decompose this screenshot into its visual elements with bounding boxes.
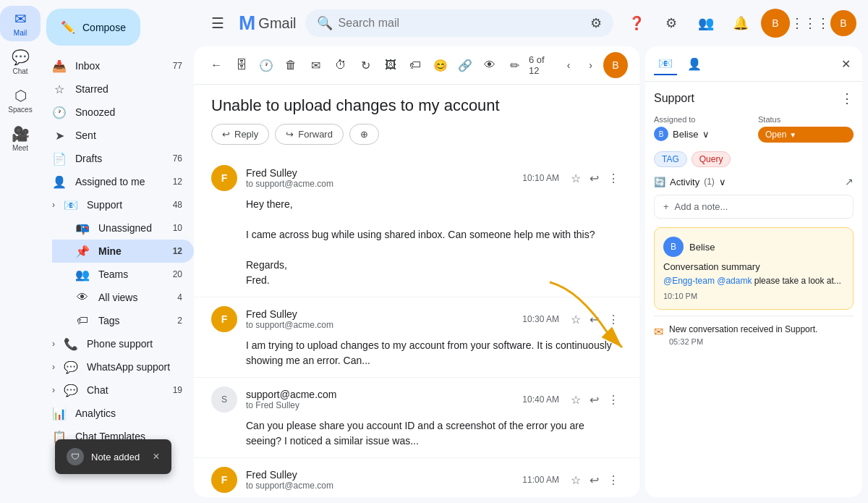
more-msg-icon-3[interactable]: ⋮ [605, 390, 622, 410]
gmail-text: Gmail [258, 15, 296, 32]
sidebar-item-chat-nav[interactable]: › 💬 Chat 19 [41, 379, 194, 402]
filter-icon[interactable]: ⚙ [590, 15, 602, 31]
more-email-button[interactable]: ⊕ [349, 124, 379, 145]
view-button[interactable]: 👁 [479, 54, 501, 77]
activity-header[interactable]: 🔄 Activity (1) ∨ ↗ [654, 176, 854, 187]
more-msg-icon[interactable]: ⋮ [605, 169, 622, 188]
sidebar-item-whatsapp-support[interactable]: › 💬 WhatsApp support [41, 355, 194, 379]
email-toolbar: ← 🗄 🕐 🗑 ✉ ⏱ ↻ 🖼 🏷 😊 🔗 👁 ✏ 6 of 12 ‹ › [194, 46, 639, 85]
add-note-placeholder: Add a note... [675, 201, 728, 212]
sender-avatar-3: S [211, 386, 237, 413]
panel-menu-icon[interactable]: ⋮ [841, 90, 854, 106]
sidebar-item-all-views[interactable]: 👁 All views 4 [52, 286, 194, 309]
external-link-icon[interactable]: ↗ [845, 176, 854, 187]
sidebar-item-starred[interactable]: ☆ Starred [41, 77, 194, 101]
share-button[interactable]: 🔗 [454, 54, 476, 77]
clock-button[interactable]: ⏱ [330, 54, 352, 77]
reply-msg-icon-4[interactable]: ↩ [587, 470, 602, 490]
contacts-icon[interactable]: 👥 [692, 9, 720, 38]
message-sender-2: Fred Sulley [246, 308, 333, 320]
delete-button[interactable]: 🗑 [280, 54, 302, 77]
profile-icon[interactable]: B [761, 9, 790, 38]
image-button[interactable]: 🖼 [380, 54, 401, 77]
snooze-button[interactable]: 🕐 [255, 54, 277, 77]
emoji-button[interactable]: 😊 [429, 54, 451, 77]
sidebar-item-inbox[interactable]: 📥 Inbox 77 [41, 54, 194, 77]
main-area: ☰ M Gmail 🔍 ⚙ ❓ ⚙ 👥 🔔 B ⋮⋮⋮ B [194, 0, 868, 503]
tags-count: 2 [177, 316, 182, 326]
sidebar-item-support[interactable]: › 📧 Support 48 [41, 193, 194, 216]
sidebar-item-spaces[interactable]: ⬡ Spaces [0, 83, 41, 118]
assignee-avatar: B [654, 127, 668, 141]
inbox-count: 77 [173, 61, 182, 71]
more-msg-icon-2[interactable]: ⋮ [605, 310, 622, 329]
add-note-field[interactable]: + Add a note... [654, 195, 854, 219]
mine-label: Mine [98, 245, 122, 257]
assignee-dropdown-icon: ∨ [702, 129, 710, 140]
gmail-m-letter: M [239, 12, 255, 35]
sidebar-item-analytics[interactable]: 📊 Analytics [41, 402, 194, 425]
forward-button[interactable]: ↪ Forward [275, 124, 344, 145]
reply-msg-icon-2[interactable]: ↩ [587, 310, 602, 329]
panel-tab-inbox[interactable]: 📧 [654, 52, 677, 75]
label-button[interactable]: 🏷 [404, 54, 426, 77]
sidebar-item-mail[interactable]: ✉ Mail [0, 6, 41, 41]
sidebar-item-unassigned[interactable]: 📭 Unassigned 10 [52, 216, 194, 240]
reply-button[interactable]: ↩ Reply [211, 124, 269, 145]
panel-close-button[interactable]: ✕ [838, 54, 854, 74]
toast-close-button[interactable]: × [153, 450, 159, 463]
email-subject-area: Unable to upload changes to my account ↩… [194, 85, 639, 151]
back-button[interactable]: ← [205, 54, 227, 77]
notifications-icon[interactable]: 🔔 [726, 9, 755, 38]
star-icon[interactable]: ☆ [568, 169, 584, 188]
support-subitems: 📭 Unassigned 10 📌 Mine 12 👥 Teams 20 👁 A… [41, 216, 194, 332]
sidebar-item-meet[interactable]: 🎥 Meet [0, 121, 41, 156]
message-sender-info-2: Fred Sulley to support@acme.com [246, 308, 333, 330]
star-icon-3[interactable]: ☆ [568, 390, 584, 410]
search-bar[interactable]: 🔍 ⚙ [305, 9, 613, 37]
prev-email-button[interactable]: ‹ [559, 55, 579, 75]
star-icon-2[interactable]: ☆ [568, 310, 584, 329]
starred-icon: ☆ [52, 83, 67, 96]
notif-time: 05:32 PM [669, 337, 817, 346]
tag-chip-query[interactable]: Query [692, 151, 731, 167]
tag-chip-tag[interactable]: TAG [654, 151, 687, 167]
message-to-3: to Fred Sulley [246, 400, 336, 410]
status-badge[interactable]: Open ▼ [758, 127, 854, 143]
mail-label: Mail [14, 29, 27, 37]
all-views-icon: 👁 [75, 291, 90, 304]
email-button[interactable]: ✉ [305, 54, 327, 77]
sidebar-item-assigned-to-me[interactable]: 👤 Assigned to me 12 [41, 170, 194, 193]
sidebar-item-chat[interactable]: 💬 Chat [0, 44, 41, 80]
sidebar-item-sent[interactable]: ➤ Sent [41, 124, 194, 147]
next-email-button[interactable]: › [581, 55, 600, 75]
message-to-2: to support@acme.com [246, 320, 333, 330]
sidebar-item-mine[interactable]: 📌 Mine 12 [52, 240, 194, 263]
sidebar-item-teams[interactable]: 👥 Teams 20 [52, 263, 194, 286]
reply-msg-icon-3[interactable]: ↩ [587, 390, 602, 410]
edit-button[interactable]: ✏ [504, 54, 526, 77]
panel-tab-contacts[interactable]: 👤 [683, 52, 706, 75]
hamburger-button[interactable]: ☰ [205, 9, 230, 38]
sidebar-item-drafts[interactable]: 📄 Drafts 76 [41, 147, 194, 170]
support-count: 48 [173, 200, 182, 210]
apps-icon[interactable]: ⋮⋮⋮ [796, 9, 825, 38]
icon-rail: ✉ Mail 💬 Chat ⬡ Spaces 🎥 Meet [0, 0, 41, 503]
tags-section: TAG Query [654, 151, 854, 167]
search-input[interactable] [339, 17, 584, 30]
archive-button[interactable]: 🗄 [230, 54, 252, 77]
compose-button[interactable]: ✏️ Compose [46, 9, 140, 46]
sidebar-item-snoozed[interactable]: 🕐 Snoozed [41, 101, 194, 124]
refresh-button[interactable]: ↻ [354, 54, 376, 77]
notif-text: New conversation received in Support. [669, 324, 817, 336]
more-msg-icon-4[interactable]: ⋮ [605, 470, 622, 490]
message-time-3: 10:40 AM [522, 394, 559, 405]
reply-msg-icon[interactable]: ↩ [587, 169, 602, 188]
help-icon[interactable]: ❓ [622, 9, 651, 38]
star-icon-4[interactable]: ☆ [568, 470, 584, 490]
settings-icon[interactable]: ⚙ [657, 9, 686, 38]
assigned-to-value[interactable]: B Belise ∨ [654, 127, 749, 141]
sidebar-item-tags[interactable]: 🏷 Tags 2 [52, 309, 194, 332]
sidebar-item-phone-support[interactable]: › 📞 Phone support [41, 332, 194, 355]
user-avatar[interactable]: B [830, 10, 856, 36]
